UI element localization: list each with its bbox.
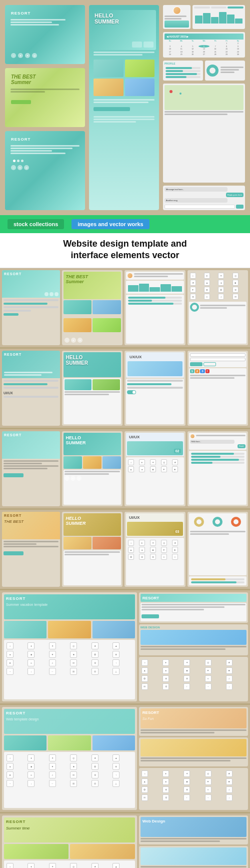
grid-row-7: RESORT Summer time ☼♦ ✦◎ ★▲ ●■ ♥♣ ✿⊕ ⊗∞ …	[0, 813, 250, 868]
hello-summer-text: HELLOSUMMER	[92, 10, 156, 27]
grid-cell-1-2: THE BESTSummer ☼♦✦	[62, 270, 123, 345]
grid-row-5: RESORT Summer vacation template ☼♦ ✦◎ ★▲…	[0, 590, 250, 703]
grid-cell-4-2: HELLOSUMMER	[62, 512, 123, 587]
grid-big-left: RESORT Summer vacation template ☼♦ ✦◎ ★▲…	[2, 592, 137, 701]
hero-left: RESORT ☼ ♦ ✦ ◎ THE BESTSummer	[5, 5, 85, 210]
resort2-card: RESORT ☼ ♦ ◎	[5, 131, 85, 210]
resort-label: RESORT	[9, 9, 32, 18]
grid-row-1: RESORT THE BESTSummer	[0, 268, 250, 347]
grid-cell-3-3: UI/UX 02 ☼♦✦◎★ ▲●■♥♣	[124, 431, 186, 506]
banner-section: stock collections images and vector work…	[0, 215, 250, 233]
grid-cell-2-4: 1 2 3 !	[188, 351, 248, 426]
grid-cell-4-1: RESORT THE BEST	[2, 512, 60, 587]
grid-cell-4-4	[188, 512, 248, 587]
grid-row7-left: RESORT Summer time ☼♦ ✦◎ ★▲ ●■ ♥♣ ✿⊕ ⊗∞ …	[2, 815, 137, 868]
grid-cell-4-3: UI/UX 03 ☼♦✦◎★ ▲●■♥♣ ✿⊕⊗∞♫	[124, 512, 186, 587]
grid-cell-3-1: RESORT	[2, 431, 60, 506]
title-section: Website design template and interface el…	[0, 233, 250, 268]
summer-label: THE BESTSummer	[9, 72, 81, 87]
right-panels: ◀ AUGUST 2015 ▶ Su Mo Tu We Th Fr Sa 12 …	[163, 5, 245, 210]
grid-cell-2-2: HELLOSUMMER	[62, 351, 123, 426]
grid-row-6: RESORT Web template design ☼♦ ✦◎ ★▲ ●■ ♥…	[0, 705, 250, 812]
grid-cell-1-4: ☼♦✦◎ ★▲●■ ♥♣✿⊕ ⊗∞♫✉	[188, 270, 248, 345]
grid-row6-left: RESORT Web template design ☼♦ ✦◎ ★▲ ●■ ♥…	[2, 707, 137, 810]
grid-big-right: RESORT SO FUN WEB DESIGN ☼♦ ✦◎ ★	[139, 592, 248, 701]
hero-content: RESORT ☼ ♦ ✦ ◎ THE BESTSummer	[5, 5, 245, 210]
banner-collections: stock collections	[8, 219, 64, 229]
grid-row-2: RESORT UI/UX HELLOSUMMER	[0, 349, 250, 428]
grid-cell-3-4: Hello there... Reply!	[188, 431, 248, 506]
banner-images: images and vector works	[72, 219, 149, 229]
grid-row7-right: Web Design ☼♦ ✦◎ ★ ▲● ■♥ ♣ ✿⊕	[139, 815, 248, 868]
hero-section: RESORT ☼ ♦ ✦ ◎ THE BESTSummer	[0, 0, 250, 215]
grid-cell-1-1: RESORT	[2, 270, 60, 345]
center-tall-card: HELLOSUMMER	[89, 5, 159, 210]
grid-row-4: RESORT THE BEST HELLOSUMMER UI/UX 03	[0, 510, 250, 589]
grid-cell-2-3: UX/UX	[124, 351, 186, 426]
grid-cell-1-3	[124, 270, 186, 345]
grid-row6-right: RESORT Su Fun ☼♦ ✦◎ ★ ▲● ■♥ ♣	[139, 707, 248, 810]
grid-cell-3-2: HELLOSUMMER ☼♦◎	[62, 431, 123, 506]
summer-card: THE BESTSummer	[5, 68, 85, 127]
grid-row-3: RESORT HELLOSUMMER ☼♦◎ UI/UX	[0, 429, 250, 508]
page-title: Website design template and interface el…	[8, 238, 242, 262]
grid-cell-2-1: RESORT UI/UX	[2, 351, 60, 426]
resort-card: RESORT ☼ ♦ ✦ ◎	[5, 5, 85, 64]
